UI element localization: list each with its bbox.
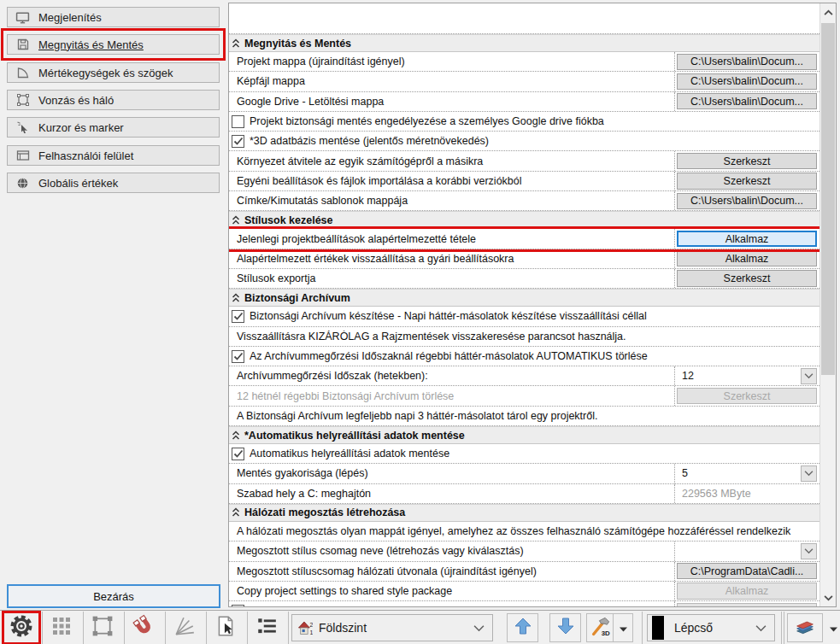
row-label: Alapértelmezett értékek visszaállítása a… [229,253,674,265]
edit-button[interactable]: Szerkeszt [677,388,817,404]
save-floppy-icon [15,38,30,52]
edit-button[interactable]: Szerkeszt [677,270,817,286]
sidebar-item-label: Mértékegységek és szögek [38,67,173,79]
floor-selector-value: Földszint [319,621,367,635]
sidebar-item-megnyitas-es-mentes[interactable]: Megnyitás és Mentés [7,34,220,55]
chevron-down-icon[interactable] [801,465,817,482]
svg-text:1: 1 [310,629,313,635]
vertical-scrollbar[interactable] [819,3,836,606]
scroll-down-arrow-icon[interactable] [820,589,836,606]
settings-row: *3D adatbázis mentése (jelentős méretnöv… [229,132,819,151]
sidebar-item-kurzor-es-marker[interactable]: Kurzor és marker [7,117,220,138]
sidebar-item-label: Megjelenítés [38,11,102,24]
row-label: A hálózati megosztás olyan mappát igénye… [229,525,819,537]
floor-house-icon: 21 [298,621,313,635]
globe-icon [15,176,30,190]
edit-button[interactable]: Szerkeszt [677,603,817,606]
row-label: Egyéni beállítások és fájlok importálása… [229,175,674,187]
section-title: Megnyitás és Mentés [243,38,819,50]
section-header: Hálózati megosztás létrehozása [229,504,819,522]
section-title: *Automatikus helyreállítási adatok menté… [243,430,819,442]
row-label: Archívummegőrzési Időszak (hetekben): [229,370,674,382]
construction-lines-button[interactable] [167,613,202,642]
snap-frame-icon [15,93,30,108]
build-3d-button[interactable]: 3D [586,613,614,642]
row-control-cell: 12 [674,366,819,385]
collapse-chevron-icon[interactable] [229,38,243,49]
sidebar-item-megjelenites[interactable]: Megjelenítés [7,7,220,27]
settings-row: Egyéni beállítások és fájlok importálása… [229,172,819,191]
select-document-icon [214,615,237,641]
edit-button[interactable]: Szerkeszt [677,153,817,169]
selection-frame-button[interactable] [85,613,120,642]
settings-gear-button[interactable] [4,613,38,642]
dropdown-select[interactable]: 12 [677,368,817,384]
settings-row: Archívummegőrzési Időszak (hetekben):12 [229,366,819,386]
dropdown-select[interactable]: 5 [677,465,817,482]
settings-row: Mentés gyakorisága (lépés)5 [229,464,819,483]
row-label: Projekt biztonsági mentés engedélyezése … [250,115,819,127]
sidebar-item-vonzas-es-halo[interactable]: Vonzás és háló [7,90,220,110]
floor-selector[interactable]: 21 Földszint [291,614,493,641]
layers-button[interactable] [787,613,823,642]
toolbar-overflow-dropdown[interactable] [827,613,840,642]
sidebar-item-label: Globális értékek [38,177,118,190]
row-label: Automatikus helyreállítási adatok mentés… [250,448,819,460]
move-up-button[interactable] [507,613,538,642]
build-3d-dropdown-button[interactable] [613,613,633,642]
settings-row: 12 hétnél régebbi Biztonsági Archívum tö… [229,386,819,406]
section-header: Stílusok kezelése [229,211,819,229]
move-down-button[interactable] [549,613,581,642]
hammer-3d-icon: 3D [589,615,612,641]
close-button[interactable]: Bezárás [7,584,220,608]
row-label: Szabad hely a C: meghajtón [229,488,674,500]
dropdown-arrow-icon [830,620,837,635]
bottom-toolbar: 21 Földszint 3D Lépcső [0,610,840,644]
row-control-cell: C:\Users\balin\Docum... [674,72,819,91]
chevron-down-icon[interactable] [801,368,817,384]
collapse-chevron-icon[interactable] [229,215,243,225]
dropdown-select[interactable] [677,543,817,559]
collapse-chevron-icon[interactable] [229,430,243,441]
checkbox-checked[interactable] [232,448,244,460]
sidebar-item-mertekegysegek-es-szogek[interactable]: Mértékegységek és szögek [7,62,220,83]
checkbox-checked[interactable] [232,350,244,363]
collapse-chevron-icon[interactable] [229,293,243,303]
row-label: Képfájl mappa [229,75,674,87]
path-button[interactable]: C:\Users\balin\Docum... [677,73,817,90]
cursor-icon [15,120,30,135]
chevron-down-icon[interactable] [801,543,817,559]
apply-button[interactable]: Alkalmaz [677,250,817,266]
row-control-cell: Szerkeszt [674,269,819,288]
checkbox[interactable] [232,115,244,128]
settings-row: Visszaállításra KIZÁRÓLAG a Rajzmentések… [229,327,819,347]
checkbox-checked[interactable] [232,310,244,323]
edit-button[interactable]: Szerkeszt [677,173,817,189]
path-button[interactable]: C:\Users\balin\Docum... [677,93,817,109]
grid-button[interactable] [44,613,79,642]
sidebar-item-label: Vonzás és háló [38,94,114,107]
path-button[interactable]: C:\ProgramData\Cadli... [677,563,817,579]
magnet-snap-button[interactable] [126,613,161,642]
select-document-button[interactable] [209,613,243,642]
scrollbar-thumb[interactable] [821,23,835,375]
row-control-cell: 5 [674,464,819,483]
path-button[interactable]: C:\Users\balin\Docum... [677,193,817,209]
sidebar-item-felhasznaloi-felulet[interactable]: Felhasználói felület [7,145,220,166]
checkbox-checked[interactable] [232,135,244,148]
path-button[interactable]: C:\Users\balin\Docum... [677,54,817,70]
apply-button[interactable]: Alkalmaz [677,583,817,599]
apply-button[interactable]: Alkalmaz [677,231,817,247]
list-view-button[interactable] [250,613,284,642]
row-label: Stílusok exportja [229,272,674,284]
settings-row: Biztonsági Archívum készítése - Napi hát… [229,307,819,326]
sidebar-item-globalis-ertekek[interactable]: Globális értékek [7,173,220,193]
protractor-icon [15,66,30,80]
scroll-up-arrow-icon[interactable] [820,4,836,20]
settings-row: Szabad hely a C: meghajtón229563 MByte [229,484,819,504]
collapse-chevron-icon[interactable] [229,507,243,518]
move-up-arrow-icon [513,616,533,640]
checkbox[interactable] [232,605,244,606]
svg-text:2: 2 [309,621,313,627]
style-selector[interactable]: Lépcső [647,614,775,641]
